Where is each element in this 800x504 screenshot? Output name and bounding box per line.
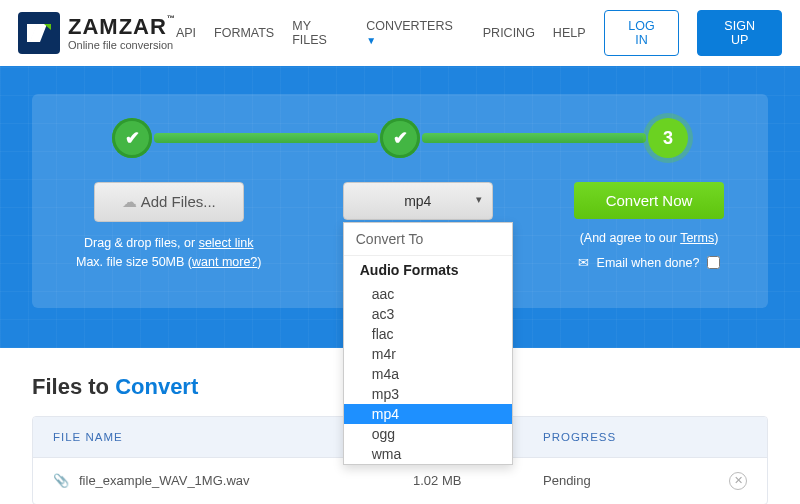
format-option-wma[interactable]: wma <box>344 444 512 464</box>
select-link[interactable]: select link <box>199 236 254 250</box>
nav-formats[interactable]: FORMATS <box>214 26 274 40</box>
format-option-flac[interactable]: flac <box>344 324 512 344</box>
login-button[interactable]: LOG IN <box>604 10 680 56</box>
brand-name: ZAMZAR <box>68 14 167 39</box>
email-when-done: ✉ Email when done? <box>578 255 721 270</box>
format-option-ogg[interactable]: ogg <box>344 424 512 444</box>
col-progress: PROGRESS <box>543 431 717 443</box>
file-progress: Pending <box>543 473 717 488</box>
controls-row: ☁Add Files... Drag & drop files, or sele… <box>76 182 724 272</box>
step-connector <box>154 133 378 143</box>
format-option-ac3[interactable]: ac3 <box>344 304 512 324</box>
add-files-col: ☁Add Files... Drag & drop files, or sele… <box>76 182 262 272</box>
envelope-icon: ✉ <box>578 255 589 270</box>
dropdown-header: Convert To <box>344 223 512 256</box>
logo-text: ZAMZAR™ Online file conversion <box>68 15 176 51</box>
chevron-down-icon: ▼ <box>366 35 376 46</box>
top-header: ZAMZAR™ Online file conversion API FORMA… <box>0 0 800 66</box>
hero: 3 ☁Add Files... Drag & drop files, or se… <box>0 66 800 348</box>
add-files-button[interactable]: ☁Add Files... <box>94 182 244 222</box>
step-2-done-icon <box>380 118 420 158</box>
convert-now-button[interactable]: Convert Now <box>574 182 724 219</box>
file-size: 1.02 MB <box>413 473 543 488</box>
logo-icon <box>18 12 60 54</box>
remove-file-button[interactable]: ✕ <box>729 472 747 490</box>
convert-col: Convert Now (And agree to our Terms) ✉ E… <box>574 182 724 270</box>
step-connector <box>422 133 646 143</box>
format-option-m4a[interactable]: m4a <box>344 364 512 384</box>
paperclip-icon: 📎 <box>53 473 69 488</box>
format-option-m4r[interactable]: m4r <box>344 344 512 364</box>
nav-help[interactable]: HELP <box>553 26 586 40</box>
conversion-panel: 3 ☁Add Files... Drag & drop files, or se… <box>32 94 768 308</box>
agree-text: (And agree to our Terms) <box>580 231 719 245</box>
nav-pricing[interactable]: PRICING <box>483 26 535 40</box>
logo[interactable]: ZAMZAR™ Online file conversion <box>18 12 176 54</box>
email-label: Email when done? <box>597 256 700 270</box>
dropdown-group-label: Audio Formats <box>344 256 512 284</box>
upload-icon: ☁ <box>122 193 137 210</box>
trademark: ™ <box>167 14 176 23</box>
step-3-current: 3 <box>648 118 688 158</box>
email-checkbox[interactable] <box>707 256 720 269</box>
step-1-done-icon <box>112 118 152 158</box>
format-option-mp4[interactable]: mp4 <box>344 404 512 424</box>
terms-link[interactable]: Terms <box>680 231 714 245</box>
format-option-mp3[interactable]: mp3 <box>344 384 512 404</box>
brand-tagline: Online file conversion <box>68 39 176 51</box>
file-name: file_example_WAV_1MG.wav <box>79 473 250 488</box>
format-col: mp4 Convert To Audio Formats aacac3flacm… <box>343 182 493 220</box>
step-indicator: 3 <box>76 118 724 164</box>
nav-converters[interactable]: CONVERTERS ▼ <box>366 19 465 47</box>
main-nav: API FORMATS MY FILES CONVERTERS ▼ PRICIN… <box>176 10 782 56</box>
want-more-link[interactable]: want more? <box>192 255 257 269</box>
format-dropdown: Convert To Audio Formats aacac3flacm4rm4… <box>343 222 513 465</box>
nav-myfiles[interactable]: MY FILES <box>292 19 348 47</box>
format-option-aac[interactable]: aac <box>344 284 512 304</box>
nav-api[interactable]: API <box>176 26 196 40</box>
signup-button[interactable]: SIGN UP <box>697 10 782 56</box>
add-files-hint: Drag & drop files, or select link Max. f… <box>76 234 262 272</box>
format-select[interactable]: mp4 <box>343 182 493 220</box>
